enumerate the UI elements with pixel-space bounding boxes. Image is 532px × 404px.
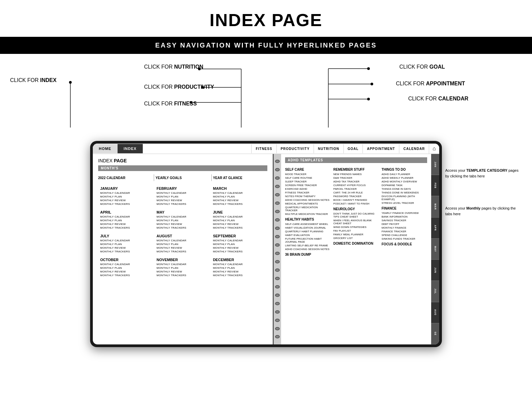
month-block-october: OCTOBERMONTHLY CALENDARMONTHLY PLANMONTH… <box>98 256 154 280</box>
spiral-ring <box>275 185 280 188</box>
section-item: SINKING FUNDS TRACKER <box>382 237 427 240</box>
month-item: MONTHLY PLAN <box>156 195 209 198</box>
tab-home[interactable]: HOME <box>93 144 118 153</box>
annotation-nutrition: CLICK FOR NUTRITION <box>144 64 203 70</box>
section-item: ADHD WEEKLY PLANNER <box>382 176 427 179</box>
month-item: MONTHLY TRACKERS <box>213 274 265 277</box>
month-block-december: DECEMBERMONTHLY CALENDARMONTHLY PLANMONT… <box>211 256 267 280</box>
month-block-september: SEPTEMBERMONTHLY CALENDARMONTHLY PLANMON… <box>211 233 267 256</box>
section-item: PODCAST I WANT TO FINISH <box>333 202 379 205</box>
spiral-ring <box>275 327 280 330</box>
spiral-ring <box>275 243 280 247</box>
month-item: MONTHLY TRACKERS <box>156 203 209 206</box>
month-block-july: JULYMONTHLY CALENDARMONTHLY PLANMONTHLY … <box>98 233 154 256</box>
month-block-january: JANUARYMONTHLY CALENDARMONTHLY PLANMONTH… <box>98 185 154 209</box>
section-item: MONTHLY FINANCE <box>382 226 427 229</box>
month-item: MONTHLY REVIEW <box>100 246 152 249</box>
content-area: INDEX PAGE MONTH'S 2022 CALENDAR YEARLY … <box>93 154 439 344</box>
section-item: SCREEN FREE TRACKER <box>285 184 331 187</box>
top-nav-right: FITNESS PRODUCTIVITY NUTRITION GOAL APPO… <box>251 144 439 154</box>
month-item: MONTHLY REVIEW <box>156 223 209 226</box>
section-item: BOOK I HAVEN'T FINISHED <box>333 198 379 201</box>
month-item: MONTHLY TRACKERS <box>213 250 265 253</box>
tab-nutrition[interactable]: NUTRITION <box>314 144 343 153</box>
section-item: PASSWORD TRACKER <box>333 195 379 198</box>
right-content: ADHD TEMPLATES SELF CAREMOOD TRACKERSELF… <box>281 154 431 344</box>
side-tab-jul[interactable]: JUL <box>431 281 439 302</box>
spiral-ring <box>275 193 280 196</box>
section-title: HEALTHY HABITS <box>285 218 331 221</box>
month-item: MONTHLY CALENDAR <box>213 239 265 242</box>
month-item: MONTHLY PLAN <box>156 243 209 246</box>
month-item: MONTHLY REVIEW <box>100 199 152 202</box>
month-item: MONTHLY TRACKERS <box>213 203 265 206</box>
side-tab-feb[interactable]: FEB <box>431 175 439 196</box>
month-item: MONTHLY REVIEW <box>213 199 265 202</box>
section-item: FINANCE TRACKER <box>382 230 427 233</box>
tab-goal[interactable]: GOAL <box>343 144 363 153</box>
annotation-index: CLICK FOR INDEX <box>10 77 57 83</box>
month-block-august: AUGUSTMONTHLY CALENDARMONTHLY PLANMONTHL… <box>154 233 211 256</box>
side-tab-mar[interactable]: MAR <box>431 196 439 217</box>
month-item: MONTHLY PLAN <box>213 243 265 246</box>
month-block-march: MARCHMONTHLY CALENDARMONTHLY PLANMONTHLY… <box>211 185 267 209</box>
months-bar: MONTH'S <box>98 165 267 171</box>
side-tab-apr[interactable]: APR <box>431 218 439 239</box>
spiral-ring <box>275 252 280 255</box>
section-title: FINANCE <box>382 207 427 210</box>
side-tab-may[interactable]: MAY <box>431 239 439 260</box>
section-item: MOOD TRACKER <box>285 173 331 176</box>
month-item: MONTHLY CALENDAR <box>100 239 152 242</box>
section-item: GROCERY LIST <box>333 237 379 240</box>
svg-point-11 <box>367 67 370 70</box>
tab-fitness[interactable]: FITNESS <box>251 144 276 153</box>
side-tab-jan[interactable]: JAN <box>431 154 439 175</box>
month-item: MONTHLY REVIEW <box>156 246 209 249</box>
section-item: DIV/CON PLANNING (WITH EXAMPLE) <box>382 195 427 201</box>
annotation-productivity: CLICK FOR PRODUCTIVITY <box>144 84 214 90</box>
section-col-col1: SELF CAREMOOD TRACKERSELF CARE ROUTINESL… <box>285 166 331 258</box>
month-item: MONTHLY TRACKERS <box>156 274 209 277</box>
months-grid: JANUARYMONTHLY CALENDARMONTHLY PLANMONTH… <box>98 185 267 280</box>
section-item: NOTES FROM THERAPY <box>285 195 331 198</box>
section-item: STRESS LEVEL TRACKER <box>382 201 427 205</box>
section-item: QUARTERLY MEDICATION TRACKER <box>285 206 331 212</box>
section-item: CURRENT HYPER FOCUS <box>333 184 379 187</box>
spiral-ring <box>275 294 280 297</box>
section-item: SLEEP TRACKER <box>285 180 331 183</box>
month-item: MONTHLY CALENDAR <box>156 191 209 194</box>
year-calendar: 2022 CALENDAR <box>98 175 152 181</box>
spiral-ring <box>275 160 280 163</box>
month-item: MONTHLY CALENDAR <box>213 215 265 218</box>
spiral-ring <box>275 201 280 205</box>
home-icon[interactable]: ⌂ <box>429 144 439 154</box>
month-name: MAY <box>156 210 209 214</box>
month-item: MONTHLY TRACKERS <box>100 274 152 277</box>
section-item: FITNESS TRACKER <box>285 191 331 194</box>
tab-index[interactable]: INDEX <box>118 144 143 153</box>
tab-calendar[interactable]: CALENDAR <box>399 144 429 153</box>
section-item: THINGS DONE IN WEEKENDS <box>382 191 427 194</box>
svg-point-1 <box>69 81 72 84</box>
month-name: SEPTEMBER <box>213 234 265 238</box>
side-tabs: JANFEBMARAPRMAYJUNJULAUGSE <box>431 154 439 344</box>
month-item: MONTHLY CALENDAR <box>156 239 209 242</box>
side-tab-se[interactable]: SE <box>431 323 439 344</box>
section-item: DON'T THINK JUST DO CALMING TIPS CHEAT S… <box>333 212 379 218</box>
annotation-area: CLICK FOR INDEX CLICK FOR NUTRITION CLIC… <box>0 54 532 141</box>
side-tab-jun[interactable]: JUN <box>431 260 439 281</box>
section-item: FAMILY MEAL PLANNER <box>333 233 379 236</box>
month-item: MONTHLY TRACKERS <box>100 250 152 253</box>
left-panel: INDEX PAGE MONTH'S 2022 CALENDAR YEARLY … <box>93 154 274 344</box>
section-item: ADHD COACHING SESSION NOTES <box>285 198 331 201</box>
month-block-may: MAYMONTHLY CALENDARMONTHLY PLANMONTHLY R… <box>154 209 211 233</box>
section-item: ADHD DAILY PLANNER <box>382 173 427 176</box>
tab-appointment[interactable]: APPOINTMENT <box>362 144 399 153</box>
spiral-ring <box>275 285 280 289</box>
month-item: MONTHLY TRACKERS <box>213 226 265 229</box>
spiral-binding <box>274 154 281 344</box>
top-nav: HOME INDEX FITNESS PRODUCTIVITY NUTRITIO… <box>93 144 439 154</box>
tab-productivity[interactable]: PRODUCTIVITY <box>276 144 314 153</box>
side-tab-aug[interactable]: AUG <box>431 302 439 323</box>
tablet-frame: HOME INDEX FITNESS PRODUCTIVITY NUTRITIO… <box>90 141 442 347</box>
